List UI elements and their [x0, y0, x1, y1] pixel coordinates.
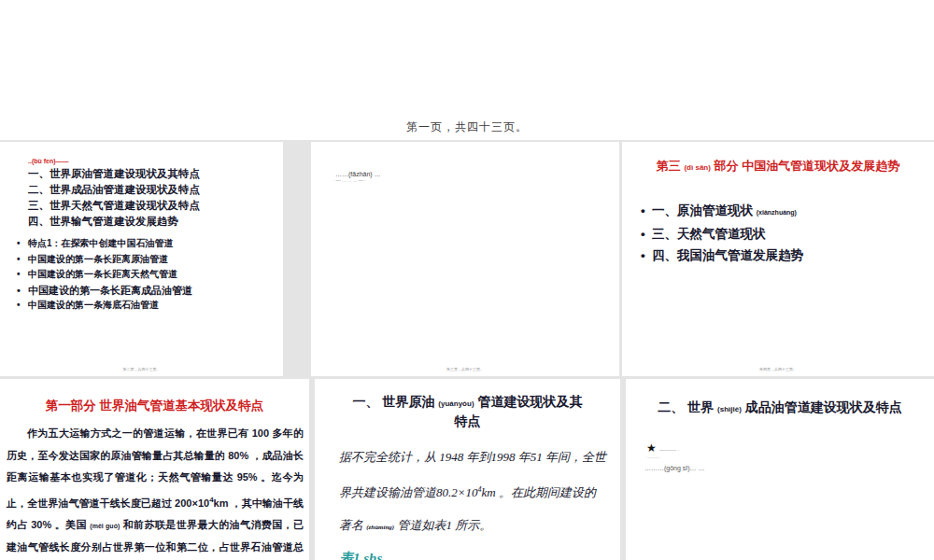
- bullet-item: •四、我国油气管道发展趋势: [641, 245, 934, 266]
- bullet-list: •特点1：在探索中创建中国石油管道 •中国建设的第一条长距离原油管道 •中国建设…: [17, 236, 283, 314]
- document-viewer: 第一页，共四十三页。 ..(bù fen)—— 一、世界原油管道建设现状及其特点…: [0, 0, 934, 560]
- page-thumbnail-5[interactable]: 第一部分 世界油气管道基本现状及特点 作为五大运输方式之一的管道运输，在世界已有…: [0, 379, 309, 560]
- bullet-icon: •: [17, 298, 28, 314]
- page-thumbnail-7[interactable]: 二、 世界 (shìjiè) 成品油管道建设现状及特点 ★ ——— · ·–——…: [626, 379, 934, 560]
- body-paragraph: 作为五大运输方式之一的管道运输，在世界已有 100 多年的历史，至今发达国家的原…: [7, 423, 304, 560]
- section-title: 第一部分 世界油气管道基本现状及特点: [0, 398, 309, 414]
- bullet-text: 中国建设的第一条长距离天然气管道: [28, 269, 177, 279]
- small-scribble-text: ·—………—·: [333, 177, 619, 183]
- page-number-footer: 第二页，共四十三页。: [71, 367, 213, 372]
- bullet-icon: •: [17, 236, 28, 252]
- toc-item: 一、世界原油管道建设现状及其特点: [28, 166, 283, 182]
- table1-hyperlink[interactable]: 表1.shs: [339, 550, 382, 560]
- pinyin-annotation: (zhùmíng): [366, 524, 394, 531]
- bullet-item: •中国建设的第一条长距离成品油管道: [17, 283, 283, 299]
- bullet-icon: •: [17, 283, 28, 299]
- bullet-item: •中国建设的第一条长距离天然气管道: [17, 267, 283, 283]
- bullet-item: •一、原油管道现状 (xiànzhuàng): [641, 200, 934, 223]
- page-thumbnail-4[interactable]: 第三 (dì sān) 部分 中国油气管道现状及发展趋势 •一、原油管道现状 (…: [622, 142, 934, 376]
- bullet-item: •中国建设的第一条长距离原油管道: [17, 252, 283, 268]
- star-bullet-line: ★ ——— ·: [646, 441, 934, 455]
- bullet-text: 一、原油管道现状: [652, 203, 753, 217]
- bullet-item: •中国建设的第一条海底石油管道: [17, 298, 283, 314]
- bullet-text: 中国建设的第一条长距离成品油管道: [28, 285, 192, 296]
- bullet-text: 四、我国油气管道发展趋势: [652, 248, 803, 262]
- toc-item: 三、世界天然气管道建设现状及特点: [28, 198, 283, 214]
- bullet-text: 中国建设的第一条海底石油管道: [28, 300, 159, 310]
- bullet-list: •一、原油管道现状 (xiànzhuàng) •三、天然气管道现状 •四、我国油…: [641, 200, 934, 266]
- section-title: 第三 (dì sān) 部分 中国油气管道现状及发展趋势: [622, 158, 934, 175]
- bullet-icon: •: [17, 252, 28, 268]
- pinyin-annotation: (xiànzhuàng): [757, 209, 797, 216]
- pinyin-annotation: ………(gōng sī)… …: [644, 465, 934, 471]
- title-text: 第三: [657, 159, 681, 173]
- bullet-icon: •: [17, 267, 28, 283]
- small-scribble-text: ·–——–·: [646, 455, 934, 459]
- body-paragraph: 据不完全统计，从 1948 年到1998 年51 年间，全世界共建设输油管道80…: [339, 441, 607, 544]
- pinyin-annotation: (dì sān): [684, 163, 710, 172]
- toc-item: 四、世界输气管道建设发展趋势: [28, 214, 283, 230]
- bullet-text: 中国建设的第一条长距离原油管道: [28, 254, 168, 264]
- bullet-item: •三、天然气管道现状: [641, 223, 934, 245]
- page-number-footer: 第四页，共四十三页。: [700, 367, 856, 372]
- bullet-text: 特点1：在探索中创建中国石油管道: [28, 238, 174, 248]
- page-thumbnail-6[interactable]: 一、 世界原油 (yuányóu) 管道建设现状及其特点 据不完全统计，从 19…: [315, 379, 620, 560]
- bullet-icon: •: [641, 223, 652, 245]
- pinyin-annotation: ……(fāzhǎn) …: [335, 171, 619, 177]
- heading: 一、 世界原油 (yuányóu) 管道建设现状及其特点: [347, 393, 588, 429]
- pinyin-annotation: (yuányóu): [438, 399, 474, 408]
- bullet-icon: •: [641, 200, 652, 221]
- title-text: 部分 中国油气管道现状及发展趋势: [715, 159, 900, 173]
- title-text: 管道建设现状及其特点: [455, 394, 583, 428]
- bullet-item: •特点1：在探索中创建中国石油管道: [17, 236, 283, 252]
- pinyin-annotation: ..(bù fen)——: [28, 158, 283, 164]
- page-thumbnail-2[interactable]: ..(bù fen)—— 一、世界原油管道建设现状及其特点 二、世界成品油管道建…: [0, 142, 283, 376]
- body-text: 管道如表1 所示。: [397, 518, 491, 532]
- page-thumbnail-3[interactable]: ……(fāzhǎn) … ·—………—· 第三页，共四十三页。: [311, 142, 619, 376]
- bullet-text: 三、天然气管道现状: [652, 227, 766, 241]
- bullet-icon: •: [641, 245, 652, 266]
- toc-item: 二、世界成品油管道建设现状及特点: [28, 182, 283, 198]
- title-text: 成品油管道建设现状及特点: [745, 399, 902, 414]
- title-text: 一、 世界原油: [353, 394, 435, 409]
- heading: 二、 世界 (shìjiè) 成品油管道建设现状及特点: [626, 399, 934, 416]
- pinyin-annotation: (měi guó): [90, 523, 120, 529]
- small-dashes: ——— ·: [659, 447, 680, 453]
- star-icon: ★: [646, 441, 657, 455]
- pinyin-annotation: (shìjiè): [717, 405, 742, 413]
- title-text: 二、 世界: [658, 399, 714, 414]
- page-number-footer: 第三页，共四十三页。: [389, 367, 543, 372]
- page1-footer-caption: 第一页，共四十三页。: [0, 119, 934, 135]
- toc-list: 一、世界原油管道建设现状及其特点 二、世界成品油管道建设现状及特点 三、世界天然…: [28, 166, 283, 230]
